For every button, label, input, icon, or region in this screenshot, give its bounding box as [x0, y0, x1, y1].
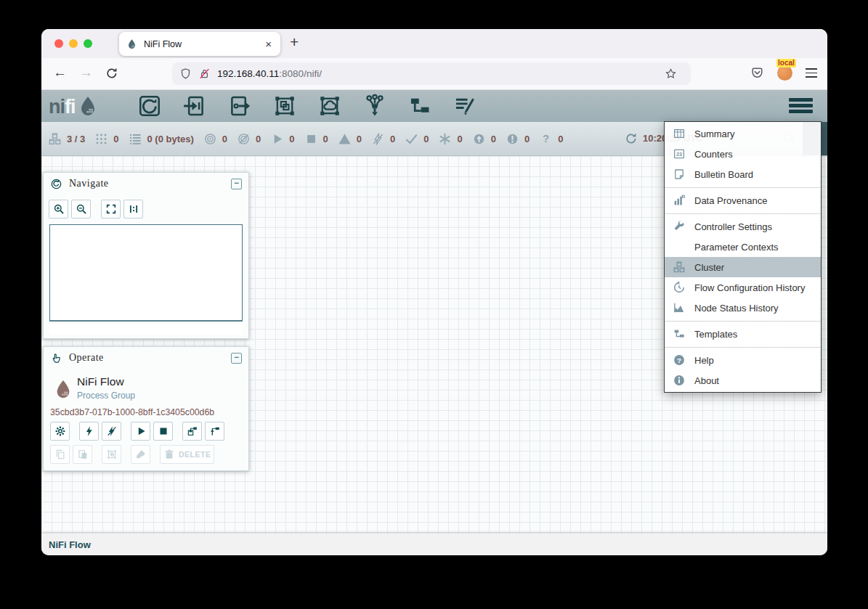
status-locally-modified-stale-versioned: 0	[506, 132, 530, 146]
status-sync-failure-versioned-value: 0	[558, 134, 563, 144]
pocket-icon[interactable]	[750, 66, 764, 80]
status-running-components: 0	[270, 132, 294, 146]
insecure-lock-icon[interactable]	[198, 68, 211, 80]
window-minimize-button[interactable]	[69, 39, 78, 48]
template-icon	[673, 327, 686, 340]
transmitting-icon	[203, 132, 217, 146]
status-stopped-components: 0	[304, 132, 328, 146]
reload-button[interactable]	[105, 67, 118, 80]
window-zoom-button[interactable]	[84, 39, 92, 48]
stopped-icon	[158, 425, 169, 437]
status-invalid-components: 0	[338, 132, 362, 146]
stop-button[interactable]	[153, 422, 173, 441]
brush-icon	[135, 449, 147, 460]
zoom-in-icon	[53, 203, 65, 215]
configuration-button[interactable]	[50, 422, 70, 441]
toolbar-funnel-icon[interactable]	[362, 94, 388, 118]
nifi-logo: nifi	[49, 94, 99, 118]
menu-item-controller-settings[interactable]: Controller Settings	[665, 216, 821, 237]
breadcrumb[interactable]: NiFi Flow	[49, 539, 91, 550]
bolt-icon	[84, 425, 95, 437]
status-locally-modified-versioned: 0	[438, 132, 462, 146]
bolt-slash-icon	[106, 425, 118, 437]
window-close-button[interactable]	[54, 39, 63, 48]
status-total-queued: 0 (0 bytes)	[129, 132, 194, 146]
start-button[interactable]	[131, 422, 150, 441]
menu-separator	[665, 213, 821, 214]
toolbar-processor-icon[interactable]	[137, 94, 163, 118]
cluster-icon	[48, 132, 62, 146]
browser-titlebar: NiFi Flow × +	[41, 29, 827, 58]
menu-item-about[interactable]: About	[665, 370, 821, 391]
status-transmitting-remote-groups-value: 0	[222, 134, 227, 144]
disable-button[interactable]	[102, 422, 121, 441]
enable-button[interactable]	[79, 422, 99, 441]
url-bar[interactable]: 192.168.40.11:8080/nifi/	[172, 62, 691, 85]
summary-icon	[673, 127, 686, 140]
menu-item-data-provenance[interactable]: Data Provenance	[665, 190, 821, 211]
profile-button[interactable]: local	[777, 65, 792, 81]
nifi-drop-icon	[77, 94, 99, 118]
menu-item-label: Bulletin Board	[694, 169, 753, 180]
zoom-fit-button[interactable]	[101, 200, 121, 218]
menu-item-counters[interactable]: 23Counters	[665, 144, 821, 164]
menu-item-summary[interactable]: Summary	[665, 123, 821, 144]
status-stopped-components-value: 0	[323, 134, 328, 144]
bookmark-star-icon[interactable]	[665, 68, 677, 80]
toolbar-process-group-icon[interactable]	[272, 94, 298, 118]
shield-icon[interactable]	[179, 68, 192, 80]
browser-tab[interactable]: NiFi Flow ×	[119, 32, 280, 56]
toolbar-template-icon[interactable]	[407, 94, 433, 118]
url-text[interactable]: 192.168.40.11:8080/nifi/	[217, 68, 322, 79]
menu-item-flow-configuration-history[interactable]: Flow Configuration History	[665, 277, 821, 298]
tab-close-icon[interactable]: ×	[264, 38, 273, 50]
profile-badge: local	[776, 59, 796, 68]
firefox-menu-button[interactable]	[806, 68, 817, 78]
status-up-to-date-versioned: 0	[405, 132, 429, 146]
status-connected-nodes: 3 / 3	[48, 132, 85, 146]
zoom-out-button[interactable]	[71, 200, 91, 218]
zoom-actual-size-button[interactable]	[123, 200, 143, 218]
toolbar-label-icon[interactable]	[452, 94, 478, 118]
not-transmitting-icon	[237, 132, 251, 146]
menu-item-bulletin-board[interactable]: Bulletin Board	[665, 164, 821, 184]
toolbar-input-port-icon[interactable]	[182, 94, 208, 118]
paste-icon	[77, 449, 89, 460]
toolbar-output-port-icon[interactable]	[227, 94, 253, 118]
menu-item-parameter-contexts[interactable]: Parameter Contexts	[665, 237, 821, 257]
menu-item-label: Templates	[694, 329, 737, 340]
zoom-in-button[interactable]	[49, 200, 68, 218]
birdseye-view[interactable]	[49, 224, 243, 322]
status-disabled-components: 0	[371, 132, 395, 146]
global-menu-popup: Summary23CountersBulletin BoardData Prov…	[664, 121, 822, 393]
refresh-icon[interactable]	[625, 132, 638, 145]
history-icon	[673, 281, 686, 294]
stale-icon	[472, 132, 486, 146]
toolbar-remote-process-group-icon[interactable]	[317, 94, 343, 118]
check-icon	[405, 132, 418, 146]
menu-item-node-status-history[interactable]: Node Status History	[665, 298, 821, 318]
menu-item-help[interactable]: ?Help	[665, 350, 821, 370]
status-sync-failure-versioned: ?0	[539, 132, 563, 146]
group-button	[102, 445, 121, 464]
menu-item-label: Summary	[694, 128, 735, 139]
nifi-global-menu-button[interactable]	[789, 98, 813, 113]
delete-button-label: DELETE	[179, 450, 211, 459]
new-tab-button[interactable]: +	[290, 33, 299, 51]
flow-id: 35cbd3b7-017b-1000-8bff-1c3405c00d6b	[50, 407, 214, 417]
status-not-transmitting-remote-groups: 0	[237, 132, 261, 146]
upload-template-button[interactable]	[205, 422, 224, 441]
status-transmitting-remote-groups: 0	[203, 132, 227, 146]
compass-icon	[50, 178, 62, 190]
operate-collapse-button[interactable]: −	[231, 353, 242, 364]
status-up-to-date-versioned-value: 0	[423, 134, 429, 144]
back-button[interactable]: ←	[53, 65, 67, 81]
create-template-button[interactable]	[182, 422, 202, 441]
menu-item-cluster[interactable]: Cluster	[665, 257, 821, 277]
status-running-components-value: 0	[289, 134, 294, 144]
menu-separator	[665, 347, 821, 348]
menu-item-templates[interactable]: Templates	[665, 324, 821, 344]
running-icon	[270, 132, 284, 146]
status-invalid-components-value: 0	[357, 134, 362, 144]
navigate-collapse-button[interactable]: −	[231, 179, 242, 189]
